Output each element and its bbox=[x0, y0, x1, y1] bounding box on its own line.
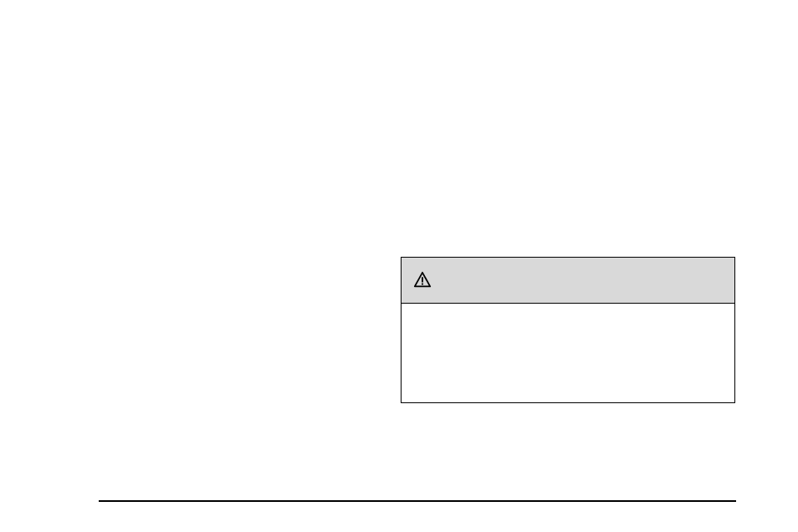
warning-icon bbox=[413, 271, 432, 289]
warning-callout bbox=[401, 257, 735, 403]
footer-divider bbox=[99, 500, 736, 502]
warning-header bbox=[402, 258, 734, 304]
svg-point-1 bbox=[422, 283, 423, 284]
document-page bbox=[0, 0, 798, 532]
warning-body-text bbox=[402, 304, 734, 402]
